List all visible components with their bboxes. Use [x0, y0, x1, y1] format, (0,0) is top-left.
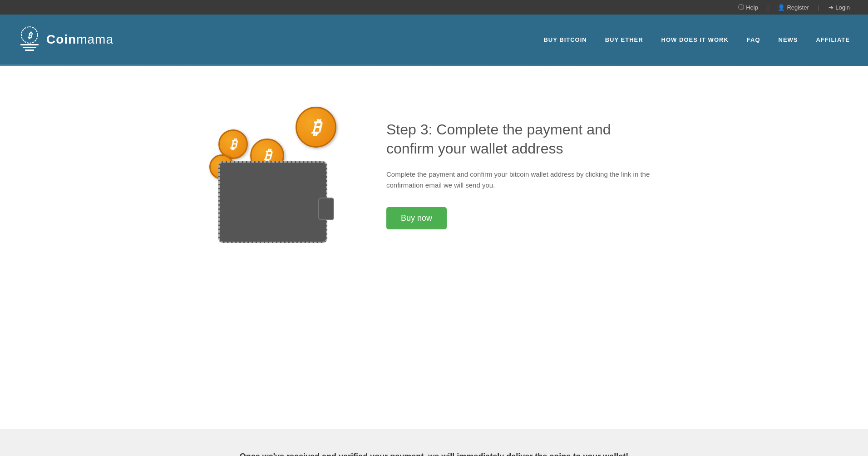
bottom-main-text: Once we've received and verified your pa…: [18, 452, 850, 456]
logo-text[interactable]: Coinmama: [46, 32, 113, 47]
header: ₿ Coinmama BUY BITCOIN BUY ETHER HOW DOE…: [0, 15, 868, 64]
svg-rect-4: [25, 50, 34, 51]
nav-affiliate[interactable]: AFFILIATE: [816, 36, 850, 43]
login-link[interactable]: ➔ Login: [829, 4, 850, 11]
step-section: ₿ ₿ ₿ ₿ Step 3: Complete the payment and…: [116, 66, 752, 275]
wallet-clasp: [318, 198, 334, 220]
svg-rect-2: [20, 44, 39, 45]
register-icon: 👤: [778, 4, 785, 11]
svg-text:₿: ₿: [27, 31, 33, 40]
step-title: Step 3: Complete the payment and confirm…: [386, 120, 659, 158]
main-nav: BUY BITCOIN BUY ETHER HOW DOES IT WORK F…: [543, 36, 850, 43]
main-content: ₿ ₿ ₿ ₿ Step 3: Complete the payment and…: [0, 66, 868, 429]
help-link[interactable]: ⓘ Help: [738, 3, 758, 11]
separator-2: |: [818, 4, 819, 11]
separator-1: |: [767, 4, 769, 11]
buy-now-button[interactable]: Buy now: [386, 207, 447, 229]
top-bar: ⓘ Help | 👤 Register | ➔ Login: [0, 0, 868, 15]
register-label: Register: [787, 4, 809, 11]
help-label: Help: [746, 4, 758, 11]
step-content: Step 3: Complete the payment and confirm…: [386, 120, 659, 229]
bottom-section: Once we've received and verified your pa…: [0, 429, 868, 456]
login-icon: ➔: [829, 4, 833, 11]
nav-news[interactable]: NEWS: [779, 36, 798, 43]
register-link[interactable]: 👤 Register: [778, 4, 809, 11]
nav-how-it-works[interactable]: HOW DOES IT WORK: [661, 36, 729, 43]
logo-area: ₿ Coinmama: [18, 26, 113, 53]
wallet-body: [218, 161, 327, 243]
logo-bold: Coin: [46, 32, 76, 46]
wallet-illustration: ₿ ₿ ₿ ₿: [209, 102, 341, 248]
logo-light: mama: [76, 32, 113, 46]
nav-buy-ether[interactable]: BUY ETHER: [605, 36, 643, 43]
nav-buy-bitcoin[interactable]: BUY BITCOIN: [543, 36, 587, 43]
login-label: Login: [835, 4, 850, 11]
bitcoin-coin-large: ₿: [296, 107, 336, 148]
svg-rect-3: [23, 47, 36, 48]
coinmama-logo-icon: ₿: [18, 26, 41, 53]
nav-faq[interactable]: FAQ: [747, 36, 760, 43]
help-icon: ⓘ: [738, 3, 744, 11]
step-description: Complete the payment and confirm your bi…: [386, 169, 659, 191]
